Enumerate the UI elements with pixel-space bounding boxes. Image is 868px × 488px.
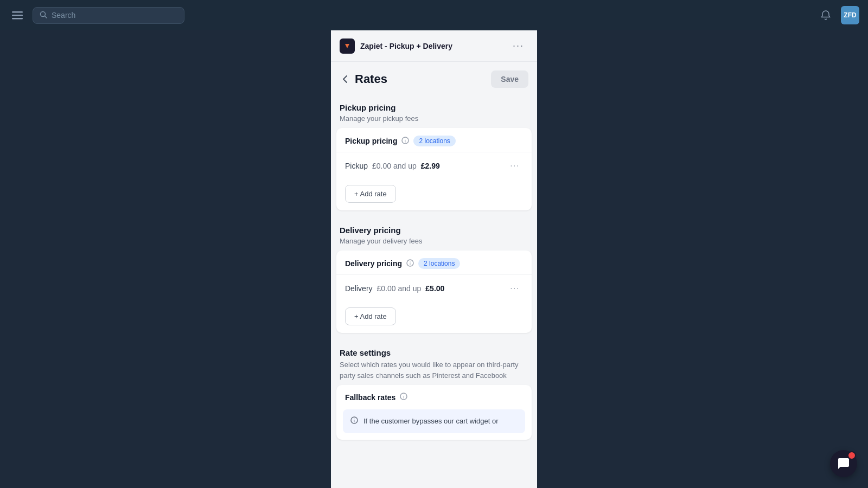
app-header: Zapiet - Pickup + Delivery ··· [331, 30, 537, 62]
delivery-rate-row: Delivery £0.00 and up £5.00 ··· [336, 275, 532, 302]
delivery-pricing-card: Delivery pricing i 2 locations Delivery … [336, 251, 532, 333]
delivery-row-options-button[interactable]: ··· [507, 281, 523, 296]
search-bar[interactable] [33, 7, 184, 24]
fallback-title: Fallback rates [345, 393, 395, 402]
pickup-section-title: Pickup pricing [340, 103, 528, 112]
fallback-rates-card: Fallback rates i i If the customer bypas… [336, 385, 532, 440]
pickup-rate-label: Pickup [345, 162, 368, 170]
page-header: Rates Save [331, 62, 537, 94]
chat-notification-badge [847, 451, 856, 460]
delivery-locations-badge[interactable]: 2 locations [418, 258, 460, 269]
svg-text:i: i [354, 418, 355, 423]
delivery-section-header: Delivery pricing Manage your delivery fe… [331, 217, 537, 251]
search-icon [40, 11, 47, 20]
pickup-card-header: Pickup pricing i 2 locations [336, 128, 532, 152]
delivery-section-title: Delivery pricing [340, 226, 528, 235]
svg-rect-2 [12, 18, 23, 20]
page-wrapper: Zapiet - Pickup + Delivery ··· Rates Sav… [0, 30, 868, 488]
delivery-info-icon[interactable]: i [406, 259, 414, 268]
rate-settings-section: Rate settings Select which rates you wou… [331, 339, 537, 385]
app-icon [340, 38, 355, 54]
delivery-rate-price: £5.00 [425, 284, 444, 293]
svg-line-4 [45, 16, 47, 18]
delivery-card-footer: + Add rate [336, 302, 532, 333]
pickup-rate-row: Pickup £0.00 and up £2.99 ··· [336, 152, 532, 179]
delivery-add-rate-button[interactable]: + Add rate [345, 307, 396, 325]
pickup-section-subtitle: Manage your pickup fees [340, 114, 528, 123]
delivery-rate-label: Delivery [345, 284, 373, 293]
pickup-section-header: Pickup pricing Manage your pickup fees [331, 94, 537, 128]
fallback-body: i If the customer bypasses our cart widg… [343, 409, 525, 433]
pickup-card-footer: + Add rate [336, 179, 532, 210]
page-title-row: Rates [340, 72, 387, 86]
pickup-pricing-card: Pickup pricing i 2 locations Pickup £0.0… [336, 128, 532, 210]
hamburger-button[interactable] [9, 7, 26, 24]
delivery-card-title: Delivery pricing [345, 259, 402, 268]
svg-text:i: i [405, 138, 406, 144]
pickup-locations-badge[interactable]: 2 locations [413, 136, 455, 146]
rate-settings-title: Rate settings [340, 348, 528, 357]
search-input[interactable] [52, 11, 177, 20]
bell-button[interactable] [817, 7, 834, 24]
app-title: Zapiet - Pickup + Delivery [360, 42, 452, 50]
pickup-card-title: Pickup pricing [345, 137, 397, 145]
save-button[interactable]: Save [491, 70, 528, 88]
nav-right: ZFD [817, 6, 859, 24]
delivery-card-header: Delivery pricing i 2 locations [336, 251, 532, 275]
delivery-section-subtitle: Manage your delivery fees [340, 237, 528, 245]
delivery-rate-range: £0.00 and up [377, 284, 422, 293]
delivery-rate-info: Delivery £0.00 and up £5.00 [345, 284, 444, 293]
back-button[interactable] [340, 74, 350, 85]
pickup-add-rate-button[interactable]: + Add rate [345, 185, 396, 203]
pickup-row-options-button[interactable]: ··· [507, 159, 523, 173]
svg-text:i: i [410, 261, 411, 266]
pickup-rate-info: Pickup £0.00 and up £2.99 [345, 162, 440, 170]
pickup-info-icon[interactable]: i [401, 137, 409, 146]
pickup-rate-price: £2.99 [421, 162, 440, 170]
avatar[interactable]: ZFD [841, 6, 859, 24]
chat-button[interactable] [830, 450, 857, 477]
svg-rect-0 [12, 11, 23, 13]
fallback-info-icon[interactable]: i [400, 393, 407, 402]
svg-rect-1 [12, 15, 23, 16]
svg-text:i: i [403, 394, 404, 400]
fallback-body-text: If the customer bypasses our cart widget… [363, 416, 499, 427]
rate-settings-subtitle: Select which rates you would like to app… [340, 359, 528, 381]
top-nav: ZFD [0, 0, 868, 30]
app-title-row: Zapiet - Pickup + Delivery [340, 38, 452, 54]
page-title: Rates [355, 72, 387, 86]
app-window: Zapiet - Pickup + Delivery ··· Rates Sav… [331, 30, 537, 488]
pickup-rate-range: £0.00 and up [372, 162, 417, 170]
app-more-options-button[interactable]: ··· [508, 38, 528, 54]
fallback-body-icon: i [350, 416, 358, 426]
fallback-header: Fallback rates i [336, 385, 532, 409]
